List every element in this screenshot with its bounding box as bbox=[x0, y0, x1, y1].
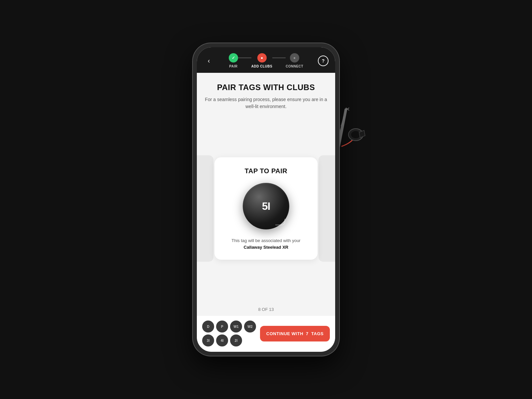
club-name: Callaway Steelead XR bbox=[244, 245, 288, 250]
carousel-area: TAP TO PAIR 5I This tag will be associat… bbox=[197, 114, 335, 303]
svg-line-2 bbox=[339, 123, 342, 133]
tag-dots-group: D P W1 W2 3I 4I 2I bbox=[202, 321, 256, 346]
page-subtitle: For a seamless pairing process, please e… bbox=[205, 96, 327, 110]
card-title: TAP TO PAIR bbox=[245, 167, 287, 175]
tag-dots-row-2: 3I 4I 2I bbox=[202, 334, 256, 346]
pagination: 8 OF 13 bbox=[254, 303, 278, 316]
pagination-label: 8 OF 13 bbox=[258, 307, 274, 312]
phone-frame: ‹ ✓ PAIR ● ADD CLU bbox=[193, 43, 339, 356]
step-indicator-group: ✓ PAIR ● ADD CLUBS bbox=[229, 53, 303, 68]
step-pair: ✓ PAIR bbox=[229, 53, 238, 68]
bottom-bar: D P W1 W2 3I 4I 2I CONTINUE WITH 7 bbox=[197, 316, 335, 352]
continue-button[interactable]: CONTINUE WITH 7 TAGS bbox=[260, 326, 330, 341]
back-button[interactable]: ‹ bbox=[203, 56, 214, 66]
page-title: PAIR TAGS WITH CLUBS bbox=[205, 83, 327, 92]
step-pair-indicator: ✓ bbox=[229, 53, 238, 63]
step-connector-1 bbox=[238, 58, 251, 58]
continue-prefix: CONTINUE WITH bbox=[266, 331, 303, 336]
phone-screen: ‹ ✓ PAIR ● ADD CLU bbox=[197, 47, 335, 352]
header: ‹ ✓ PAIR ● ADD CLU bbox=[197, 47, 335, 73]
tag-dots-row-1: D P W1 W2 bbox=[202, 321, 256, 332]
step-connect-indicator: ● bbox=[290, 53, 299, 63]
help-button[interactable]: ? bbox=[318, 56, 329, 66]
step-connector-2 bbox=[272, 58, 286, 58]
pair-card[interactable]: TAP TO PAIR 5I This tag will be associat… bbox=[214, 157, 318, 260]
svg-line-7 bbox=[346, 108, 349, 110]
card-shadow-right bbox=[319, 155, 335, 262]
help-icon: ? bbox=[322, 58, 325, 64]
tag-dot-P[interactable]: P bbox=[216, 321, 228, 332]
tag-dot-3I[interactable]: 3I bbox=[202, 334, 214, 346]
association-text: This tag will be associated with your Ca… bbox=[231, 237, 300, 250]
tag-dot-2I[interactable]: 2I bbox=[230, 334, 242, 346]
svg-point-5 bbox=[351, 131, 360, 138]
step-add-clubs-dot: ● bbox=[261, 56, 263, 60]
tag-circle[interactable]: 5I bbox=[243, 183, 289, 229]
tag-dot-D[interactable]: D bbox=[202, 321, 214, 332]
svg-line-1 bbox=[341, 116, 344, 126]
step-connect: ● CONNECT bbox=[286, 53, 303, 68]
step-connect-label: CONNECT bbox=[286, 65, 303, 68]
step-add-clubs-label: ADD CLUBS bbox=[251, 65, 272, 68]
step-add-clubs: ● ADD CLUBS bbox=[251, 53, 272, 68]
continue-count: 7 TAGS bbox=[306, 331, 324, 336]
title-section: PAIR TAGS WITH CLUBS For a seamless pair… bbox=[197, 73, 335, 114]
tag-number: 5I bbox=[262, 200, 270, 212]
tag-dot-W2[interactable]: W2 bbox=[244, 321, 256, 332]
tag-dot-W1[interactable]: W1 bbox=[230, 321, 242, 332]
main-content: PAIR TAGS WITH CLUBS For a seamless pair… bbox=[197, 73, 335, 316]
svg-line-8 bbox=[346, 108, 349, 110]
step-add-clubs-indicator: ● bbox=[257, 53, 267, 63]
tag-arc-decoration bbox=[275, 219, 285, 225]
tag-dot-4I[interactable]: 4I bbox=[216, 334, 228, 346]
step-pair-label: PAIR bbox=[229, 65, 237, 68]
svg-point-4 bbox=[348, 129, 363, 141]
svg-marker-9 bbox=[359, 130, 365, 138]
check-icon: ✓ bbox=[232, 56, 235, 60]
step-connect-dot: ● bbox=[293, 56, 296, 60]
card-shadow-left bbox=[197, 155, 213, 262]
phone-wrapper: ‹ ✓ PAIR ● ADD CLU bbox=[193, 43, 339, 356]
